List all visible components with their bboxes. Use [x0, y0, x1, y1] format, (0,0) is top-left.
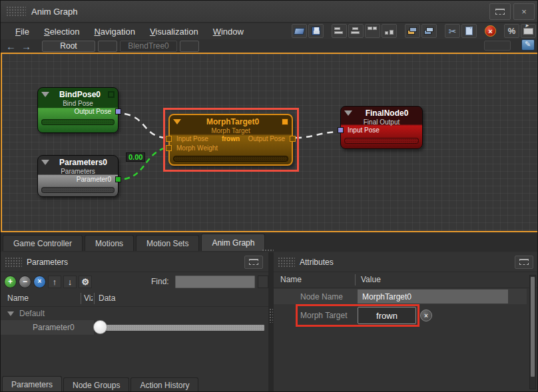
- float-window-button[interactable]: [489, 3, 511, 20]
- input-pose-port[interactable]: [338, 127, 344, 133]
- tab-node-groups[interactable]: Node Groups: [63, 377, 129, 392]
- collapse-triangle-icon[interactable]: [41, 160, 49, 165]
- node-finalnode0[interactable]: FinalNode0 Final Output Input Pose: [340, 106, 423, 149]
- column-divider[interactable]: [94, 293, 95, 304]
- back-icon[interactable]: ←: [6, 41, 16, 51]
- move-down-button[interactable]: ↓: [63, 276, 77, 288]
- delete-icon: ×: [488, 27, 492, 35]
- align-top-button[interactable]: [365, 24, 380, 38]
- delete-button[interactable]: ×: [485, 25, 496, 37]
- clear-morph-target-button[interactable]: ×: [420, 309, 432, 321]
- input-port-label: Input Pose: [348, 126, 380, 134]
- align-top-icon: [368, 27, 378, 35]
- column-name: Name: [7, 294, 29, 303]
- tab-anim-graph[interactable]: Anim Graph: [201, 234, 265, 251]
- column-divider[interactable]: [355, 274, 356, 286]
- save-button[interactable]: [308, 24, 324, 38]
- morph-target-value-button[interactable]: frown: [358, 307, 416, 324]
- input-port-label: Morph Weight: [176, 144, 218, 152]
- graph-canvas[interactable]: BindPose0 Bind Pose Output Pose Paramete…: [1, 53, 538, 232]
- parameter-slider-track[interactable]: [101, 325, 264, 331]
- find-options-button[interactable]: [258, 276, 268, 288]
- layers-orange-button[interactable]: [405, 24, 420, 38]
- tab-motion-sets[interactable]: Motion Sets: [136, 235, 199, 251]
- collapse-triangle-icon[interactable]: [41, 92, 49, 97]
- align-center-button[interactable]: [348, 24, 364, 38]
- fit-to-screen-button[interactable]: [521, 39, 535, 51]
- attributes-column-header: Name Value: [274, 272, 538, 288]
- menu-window[interactable]: Window: [213, 27, 244, 37]
- drag-grip-icon[interactable]: [6, 6, 26, 17]
- vertical-splitter-handle[interactable]: [269, 308, 273, 323]
- scrollbar[interactable]: [529, 275, 536, 389]
- move-up-button[interactable]: ↑: [48, 276, 61, 288]
- navigation-bar: ← → Root BlendTree0: [1, 39, 538, 53]
- close-icon: ×: [521, 7, 527, 17]
- float-panel-button[interactable]: [515, 256, 533, 269]
- link-button[interactable]: %: [504, 24, 519, 38]
- tab-action-history[interactable]: Action History: [131, 377, 198, 392]
- output-pose-port[interactable]: [290, 136, 296, 142]
- add-parameter-button[interactable]: +: [4, 276, 17, 288]
- collapse-triangle-icon[interactable]: [173, 119, 181, 124]
- parameter0-row[interactable]: Parameter0: [1, 320, 268, 335]
- zoom-field[interactable]: [484, 41, 511, 51]
- breadcrumb-root-button[interactable]: Root: [42, 41, 95, 52]
- wire-bindpose-to-morph: [125, 114, 166, 138]
- create-node-icon: [523, 28, 533, 35]
- toolbar: ✂ × %: [286, 24, 536, 38]
- open-button[interactable]: [292, 24, 307, 38]
- layers-blue-button[interactable]: [421, 24, 437, 38]
- create-node-button[interactable]: [521, 24, 536, 38]
- float-icon: [519, 259, 529, 265]
- breadcrumb-spacer-button-2[interactable]: [180, 41, 199, 52]
- node-name-value[interactable]: MorphTarget0: [358, 290, 508, 303]
- settings-button[interactable]: ⚙: [79, 276, 92, 288]
- remove-parameter-button[interactable]: −: [19, 276, 31, 288]
- node-morphtarget0[interactable]: MorphTarget0 Morph Target Input Pose fro…: [168, 114, 293, 166]
- parameters-panel-header[interactable]: Parameters: [1, 252, 268, 272]
- paste-button[interactable]: [461, 24, 477, 38]
- collapse-triangle-icon[interactable]: [344, 110, 352, 116]
- morph-weight-port[interactable]: [166, 145, 172, 151]
- close-window-button[interactable]: ×: [513, 3, 535, 20]
- menu-file[interactable]: File: [15, 27, 29, 37]
- tab-motions[interactable]: Motions: [85, 235, 134, 251]
- align-bottom-button[interactable]: [382, 24, 397, 38]
- align-left-button[interactable]: [332, 24, 347, 38]
- align-bottom-icon: [384, 27, 394, 35]
- title-bar[interactable]: Anim Graph ×: [1, 1, 538, 23]
- tab-parameters[interactable]: Parameters: [2, 376, 62, 392]
- default-group-row[interactable]: Default: [1, 307, 268, 320]
- node-progress-bar: [41, 187, 115, 193]
- menu-selection[interactable]: Selection: [44, 27, 79, 37]
- window-title: Anim Graph: [31, 7, 77, 17]
- menu-navigation[interactable]: Navigation: [94, 27, 134, 37]
- tab-game-controller[interactable]: Game Controller: [3, 235, 83, 251]
- node-bindpose0[interactable]: BindPose0 Bind Pose Output Pose: [37, 87, 119, 133]
- node-name-row[interactable]: Node Name MorphTarget0: [274, 289, 527, 304]
- breadcrumb-blendtree-button[interactable]: BlendTree0: [120, 41, 177, 52]
- forward-icon[interactable]: →: [21, 41, 31, 51]
- attributes-panel-header[interactable]: Attributes: [274, 252, 538, 272]
- cut-button[interactable]: ✂: [445, 24, 460, 38]
- parameter-slider-knob[interactable]: [93, 320, 107, 334]
- column-divider[interactable]: [81, 293, 81, 304]
- menu-visualization[interactable]: Visualization: [150, 27, 198, 37]
- output-port[interactable]: [115, 176, 121, 182]
- node-parameters0[interactable]: Parameters0 Parameters Parameter0: [37, 155, 119, 197]
- gear-icon: ⚙: [81, 277, 89, 287]
- float-panel-button[interactable]: [244, 256, 263, 269]
- scrollbar-thumb[interactable]: [531, 277, 535, 377]
- breadcrumb-spacer-button[interactable]: [98, 41, 117, 52]
- panel-title: Parameters: [27, 258, 244, 267]
- find-input[interactable]: [175, 276, 255, 288]
- node-subtitle: Parameters: [38, 168, 118, 175]
- output-port[interactable]: [115, 108, 121, 114]
- morph-target-row[interactable]: Morph Target frown ×: [274, 306, 527, 325]
- collapse-triangle-icon[interactable]: [7, 311, 14, 316]
- clear-parameters-button[interactable]: ×: [33, 276, 46, 288]
- paste-icon: [465, 27, 473, 35]
- drag-grip-icon[interactable]: [5, 257, 22, 267]
- drag-grip-icon[interactable]: [278, 257, 295, 267]
